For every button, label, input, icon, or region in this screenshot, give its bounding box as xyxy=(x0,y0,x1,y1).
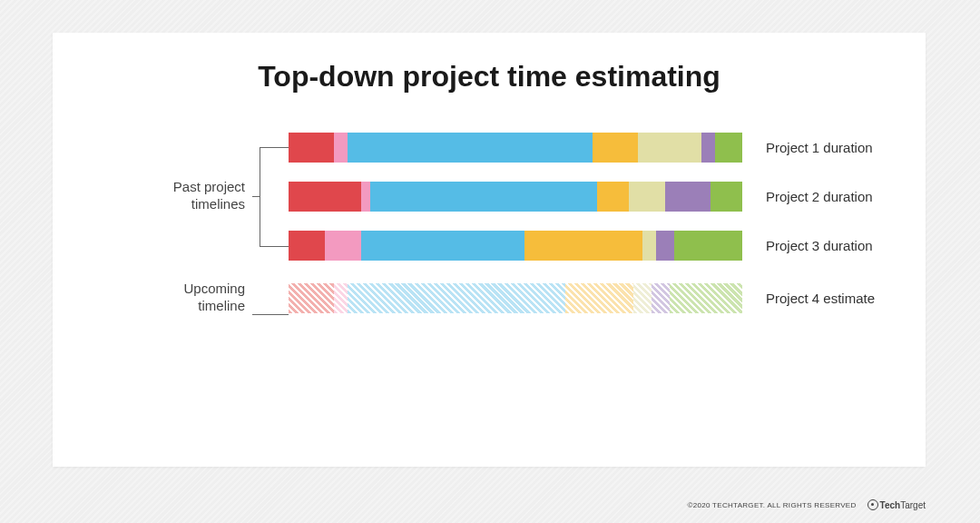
bar-segment-phase3 xyxy=(370,182,597,212)
stacked-bar xyxy=(289,133,742,163)
connector-spacer xyxy=(252,229,289,262)
stacked-bar xyxy=(289,231,742,261)
chart-row: Project 1 duration xyxy=(53,131,926,163)
logo-text-light: Target xyxy=(900,500,926,510)
row-label: Project 3 duration xyxy=(742,238,873,253)
bar-segment-phase1 xyxy=(289,182,361,212)
row-group-label: Upcomingtimeline xyxy=(53,281,252,315)
techtarget-logo: TechTarget xyxy=(867,499,926,510)
stacked-bar xyxy=(289,182,742,212)
bar-segment-phase4 xyxy=(565,283,633,313)
bar-segment-phase1 xyxy=(289,283,334,313)
chart-rows: Project 1 durationPast projecttimelinesP… xyxy=(53,131,926,331)
row-label: Project 2 duration xyxy=(742,189,873,204)
chart-row: Past projecttimelinesProject 2 duration xyxy=(53,180,926,212)
row-label: Project 1 duration xyxy=(742,140,873,155)
footer: ©2020 TECHTARGET. ALL RIGHTS RESERVED Te… xyxy=(688,499,926,510)
copyright-text: ©2020 TECHTARGET. ALL RIGHTS RESERVED xyxy=(688,501,857,509)
bar-segment-phase6 xyxy=(656,231,674,261)
row-group-label: Past projecttimelines xyxy=(53,179,252,213)
logo-target-icon xyxy=(867,499,878,510)
bar-segment-phase4 xyxy=(597,182,629,212)
bar-segment-phase2 xyxy=(334,283,348,313)
stacked-bar xyxy=(289,283,742,313)
bar-segment-phase6 xyxy=(652,283,670,313)
bar-segment-phase5 xyxy=(633,283,652,313)
logo-text-bold: Tech xyxy=(880,500,901,510)
bar-segment-phase4 xyxy=(593,133,638,163)
bar-segment-phase3 xyxy=(348,283,565,313)
bar-segment-phase7 xyxy=(674,231,742,261)
connector-spacer xyxy=(252,180,289,212)
bar-segment-phase7 xyxy=(710,182,742,212)
bar-segment-phase2 xyxy=(361,182,370,212)
bar-segment-phase3 xyxy=(348,133,593,163)
bar-segment-phase7 xyxy=(715,133,742,163)
bar-segment-phase5 xyxy=(642,231,656,261)
bar-segment-phase4 xyxy=(524,231,642,261)
bar-segment-phase7 xyxy=(670,283,742,313)
bar-segment-phase5 xyxy=(629,182,665,212)
bar-segment-phase1 xyxy=(289,231,325,261)
bar-segment-phase1 xyxy=(289,133,334,163)
chart-card: Top-down project time estimating Project… xyxy=(53,33,926,467)
bar-segment-phase2 xyxy=(334,133,348,163)
bar-segment-phase6 xyxy=(665,182,710,212)
bar-segment-phase6 xyxy=(701,133,715,163)
chart-row: UpcomingtimelineProject 4 estimate xyxy=(53,281,926,314)
bar-segment-phase2 xyxy=(325,231,361,261)
bar-segment-phase5 xyxy=(638,133,701,163)
connector-spacer xyxy=(252,131,289,163)
chart-row: Project 3 duration xyxy=(53,229,926,262)
bar-segment-phase3 xyxy=(361,231,524,261)
connector-spacer xyxy=(252,281,289,314)
chart-title: Top-down project time estimating xyxy=(53,60,926,94)
row-label: Project 4 estimate xyxy=(742,291,875,306)
logo-text: TechTarget xyxy=(880,500,926,510)
